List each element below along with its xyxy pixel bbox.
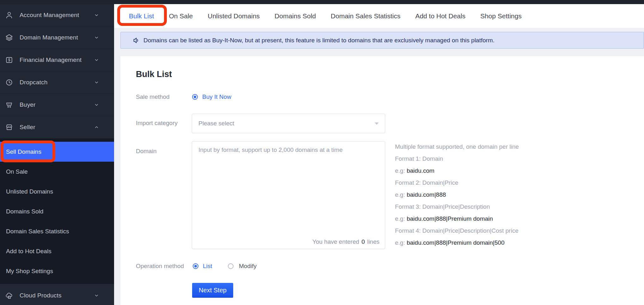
domain-input-wrap: You have entered 0 lines	[192, 141, 385, 249]
tab-on-sale[interactable]: On Sale	[169, 4, 193, 28]
eg-prefix: e.g:	[395, 239, 405, 246]
sidebar-item-domain-sales-statistics[interactable]: Domain Sales Statistics	[0, 221, 114, 241]
sidebar-item-cloud-products[interactable]: Cloud Products	[0, 284, 114, 305]
modify-radio-label: Modify	[239, 263, 257, 270]
help-line: Multiple format supported, one domain pe…	[395, 141, 519, 153]
sidebar-item-buyer[interactable]: Buyer	[0, 94, 114, 116]
cloud-icon	[5, 291, 13, 300]
tab-domain-sales-statistics[interactable]: Domain Sales Statistics	[331, 4, 401, 28]
chevron-down-icon	[94, 80, 99, 85]
eg-example: baidu.com|888|Premium domain|500	[407, 239, 504, 246]
layers-icon	[5, 33, 13, 42]
clock-icon	[5, 78, 13, 87]
modify-radio[interactable]	[228, 263, 234, 269]
sidebar-item-label: Unlisted Domains	[6, 188, 53, 195]
bulk-list-page: Account Management Domain Management $ F…	[0, 0, 644, 305]
user-icon	[5, 11, 13, 19]
sidebar-item-on-sale[interactable]: On Sale	[0, 162, 114, 182]
sidebar-item-label: Buyer	[20, 101, 36, 108]
tab-label: Add to Hot Deals	[415, 12, 465, 20]
import-category-label: Import category	[136, 120, 178, 127]
buy-it-now-radio[interactable]	[192, 94, 198, 100]
format-help: Multiple format supported, one domain pe…	[395, 141, 519, 249]
help-line: e.g: baidu.com|888	[395, 189, 519, 201]
eg-prefix: e.g:	[395, 167, 405, 174]
domain-textarea[interactable]	[192, 141, 385, 249]
list-radio-label: List	[203, 263, 212, 270]
sidebar-item-sell-domains[interactable]: Sell Domains	[0, 142, 114, 162]
sidebar-item-label: Domain Management	[20, 34, 78, 41]
finance-icon: $	[5, 56, 13, 64]
sidebar-item-label: Domain Sales Statistics	[6, 228, 69, 235]
help-line: Format 3: Domain|Price|Description	[395, 201, 519, 213]
tab-label: On Sale	[169, 12, 193, 20]
sale-method-label: Sale method	[136, 93, 170, 100]
sidebar-item-label: Domains Sold	[6, 208, 43, 215]
help-line: e.g: baidu.com	[395, 165, 519, 177]
tab-domains-sold[interactable]: Domains Sold	[275, 4, 316, 28]
next-step-button[interactable]: Next Step	[192, 283, 233, 298]
help-line: e.g: baidu.com|888|Premium domain|500	[395, 237, 519, 249]
chevron-down-icon	[94, 293, 99, 298]
shop-icon	[5, 123, 13, 131]
sidebar-item-label: Seller	[20, 124, 35, 131]
buy-it-now-label: Buy It Now	[202, 93, 231, 100]
help-line: Format 1: Domain	[395, 153, 519, 165]
tab-label: Unlisted Domains	[208, 12, 260, 20]
tab-label: Domains Sold	[275, 12, 316, 20]
announcement-icon	[132, 36, 141, 45]
chevron-up-icon	[94, 125, 99, 130]
sidebar-item-add-to-hot-deals[interactable]: Add to Hot Deals	[0, 241, 114, 261]
sidebar-item-label: Cloud Products	[20, 292, 62, 299]
list-radio[interactable]	[193, 263, 198, 269]
sidebar-item-domains-sold[interactable]: Domains Sold	[0, 201, 114, 221]
help-line: Format 2: Domain|Price	[395, 177, 519, 189]
eg-prefix: e.g:	[395, 191, 405, 198]
sidebar-item-label: Account Management	[20, 12, 79, 19]
sidebar-item-label: Financial Management	[20, 57, 82, 63]
chevron-down-icon	[94, 13, 99, 18]
eg-example: baidu.com|888|Premium domain	[407, 215, 493, 222]
eg-example: baidu.com	[407, 167, 434, 174]
cart-icon	[5, 101, 13, 109]
sidebar: Account Management Domain Management $ F…	[0, 4, 114, 305]
sidebar-item-label: On Sale	[6, 168, 28, 175]
svg-text:$: $	[8, 58, 10, 62]
tab-unlisted-domains[interactable]: Unlisted Domains	[208, 4, 260, 28]
sidebar-item-domain-management[interactable]: Domain Management	[0, 27, 114, 49]
operation-method-label: Operation method	[136, 263, 184, 270]
eg-prefix: e.g:	[395, 215, 405, 222]
sidebar-item-label: Add to Hot Deals	[6, 248, 52, 255]
domain-label: Domain	[136, 148, 156, 155]
tab-shop-settings[interactable]: Shop Settings	[480, 4, 522, 28]
tab-label: Domain Sales Statistics	[331, 12, 401, 20]
sidebar-item-seller[interactable]: Seller	[0, 116, 114, 139]
sidebar-item-label: Sell Domains	[6, 148, 41, 155]
chevron-down-icon	[94, 102, 99, 108]
sidebar-item-label: Dropcatch	[20, 79, 47, 86]
tab-bulk-list[interactable]: Bulk List	[129, 4, 154, 28]
notice-text: Domains can be listed as Buy-It-Now, but…	[143, 37, 495, 44]
caret-down-icon	[375, 123, 379, 125]
seller-submenu: Sell Domains On Sale Unlisted Domains Do…	[0, 139, 114, 284]
top-strip	[0, 0, 644, 4]
import-category-select[interactable]: Please select	[192, 114, 385, 133]
sidebar-item-financial-management[interactable]: $ Financial Management	[0, 49, 114, 71]
select-placeholder: Please select	[198, 120, 375, 127]
help-line: e.g: baidu.com|888|Premium domain	[395, 213, 519, 225]
tab-bar: Bulk List On Sale Unlisted Domains Domai…	[114, 4, 644, 28]
help-line: Format 4: Domain|Price|Description|Cost …	[395, 225, 519, 237]
chevron-down-icon	[94, 35, 99, 40]
tab-add-to-hot-deals[interactable]: Add to Hot Deals	[415, 4, 465, 28]
notice-banner: Domains can be listed as Buy-It-Now, but…	[120, 32, 644, 49]
sidebar-item-label: My Shop Settings	[6, 268, 53, 275]
tab-label: Shop Settings	[480, 12, 522, 20]
sidebar-item-account-management[interactable]: Account Management	[0, 4, 114, 27]
sidebar-item-my-shop-settings[interactable]: My Shop Settings	[0, 261, 114, 281]
sidebar-item-dropcatch[interactable]: Dropcatch	[0, 71, 114, 94]
tab-label: Bulk List	[129, 12, 154, 20]
sidebar-item-unlisted-domains[interactable]: Unlisted Domains	[0, 182, 114, 201]
bulk-list-panel: Bulk List Sale method Buy It Now Import …	[120, 56, 644, 305]
eg-example: baidu.com|888	[407, 191, 446, 198]
page-title: Bulk List	[136, 69, 172, 79]
